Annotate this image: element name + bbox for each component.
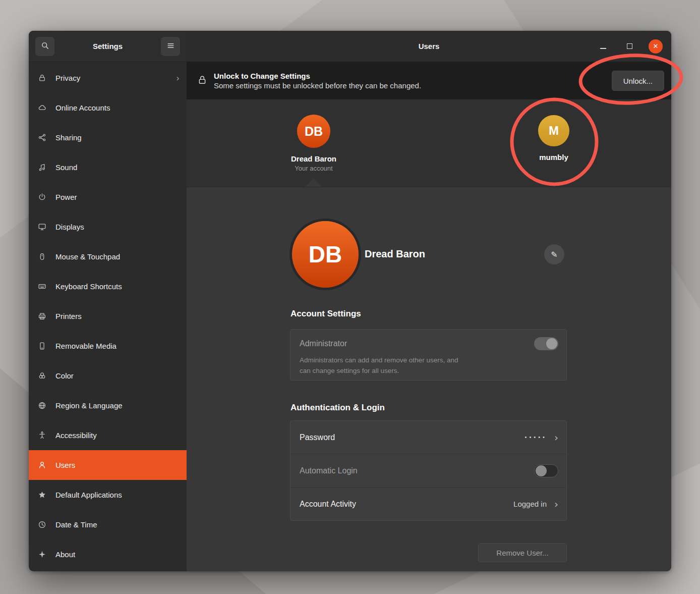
sidebar-item-power[interactable]: Power: [29, 182, 187, 212]
sidebar-item-accessibility[interactable]: Accessibility: [29, 420, 187, 450]
maximize-icon: [627, 43, 632, 49]
chevron-right-icon: ›: [554, 499, 558, 509]
chevron-right-icon: ›: [554, 433, 558, 443]
automatic-login-toggle[interactable]: [534, 464, 558, 477]
user-detail: DB Dread Baron ✎ Account Settings Admini…: [187, 187, 671, 571]
account-activity-value: Logged in: [513, 500, 547, 508]
search-button[interactable]: [35, 37, 54, 56]
sidebar-item-displays[interactable]: Displays: [29, 212, 187, 242]
chevron-right-icon: ›: [176, 73, 180, 83]
star-icon: [37, 491, 46, 500]
automatic-login-row: Automatic Login: [290, 454, 566, 487]
toggle-knob: [536, 465, 547, 476]
sidebar-item-color[interactable]: Color: [29, 361, 187, 391]
unlock-banner: Unlock to Change Settings Some settings …: [187, 62, 671, 99]
menu-button[interactable]: [161, 37, 180, 56]
sidebar-item-removable-media[interactable]: Removable Media: [29, 331, 187, 361]
automatic-login-label: Automatic Login: [300, 466, 358, 475]
user-name: Dread Baron: [291, 154, 336, 163]
window-controls: ✕: [596, 31, 663, 62]
banner-text: Unlock to Change Settings Some settings …: [214, 72, 421, 90]
minimize-button[interactable]: [596, 39, 610, 53]
toggle-knob: [546, 338, 557, 349]
user-carousel: DB Dread Baron Your account M mumbly: [187, 99, 671, 187]
minimize-icon: [600, 48, 606, 49]
sidebar-item-privacy[interactable]: Privacy ›: [29, 63, 187, 93]
sidebar-item-sharing[interactable]: Sharing: [29, 123, 187, 152]
sidebar-title: Settings: [54, 42, 161, 50]
power-icon: [37, 193, 46, 202]
sparkle-icon: [37, 550, 46, 559]
share-icon: [37, 133, 46, 142]
edit-name-button[interactable]: ✎: [544, 244, 564, 264]
keyboard-icon: [37, 282, 46, 291]
sidebar-item-keyboard-shortcuts[interactable]: Keyboard Shortcuts: [29, 272, 187, 301]
mouse-icon: [37, 252, 46, 261]
authentication-box: Password ••••• › Automatic Login Account…: [290, 420, 567, 521]
sidebar-item-default-applications[interactable]: Default Applications: [29, 480, 187, 510]
account-activity-row[interactable]: Account Activity Logged in ›: [290, 487, 566, 520]
administrator-row: Administrator: [300, 337, 558, 350]
remove-user-button[interactable]: Remove User...: [478, 543, 567, 562]
banner-title: Unlock to Change Settings: [214, 72, 421, 80]
display-icon: [37, 223, 46, 232]
user-tile-dread-baron[interactable]: DB Dread Baron Your account: [273, 115, 354, 172]
lock-icon: [198, 75, 207, 87]
user-name: mumbly: [539, 153, 568, 161]
sidebar-item-about[interactable]: About: [29, 539, 187, 569]
headerbar: Users ✕: [187, 31, 671, 62]
banner-subtitle: Some settings must be unlocked before th…: [214, 81, 421, 90]
password-row[interactable]: Password ••••• ›: [290, 421, 566, 454]
pencil-icon: ✎: [551, 250, 557, 259]
main-panel: Users ✕ Unlock to Change Settings Some s…: [187, 31, 671, 571]
sidebar-header: Settings: [29, 31, 187, 62]
cloud-icon: [37, 103, 46, 113]
section-title-authentication: Authentication & Login: [290, 403, 385, 413]
sidebar-item-printers[interactable]: Printers: [29, 301, 187, 331]
media-player-icon: [37, 342, 46, 351]
sidebar-item-mouse-touchpad[interactable]: Mouse & Touchpad: [29, 242, 187, 272]
search-icon: [41, 41, 49, 51]
sidebar-item-sound[interactable]: Sound: [29, 152, 187, 182]
user-tile-mumbly[interactable]: M mumbly: [513, 115, 594, 161]
close-button[interactable]: ✕: [649, 39, 663, 53]
avatar: DB: [297, 115, 330, 148]
sidebar-list: Privacy › Online Accounts Sharing Sound …: [29, 62, 187, 571]
globe-icon: [37, 401, 46, 410]
user-subtitle: Your account: [295, 165, 332, 172]
sidebar-item-date-time[interactable]: Date & Time: [29, 510, 187, 539]
administrator-description: Administrators can add and remove other …: [300, 355, 558, 376]
sidebar-item-users[interactable]: Users: [29, 450, 187, 480]
selected-user-notch: [305, 178, 322, 187]
maximize-button[interactable]: [622, 39, 636, 53]
color-circles-icon: [37, 371, 46, 381]
avatar: M: [538, 115, 569, 146]
administrator-toggle[interactable]: [534, 337, 558, 350]
accessibility-icon: [37, 431, 46, 440]
lock-icon: [37, 74, 46, 83]
account-activity-label: Account Activity: [300, 500, 356, 509]
sidebar-item-online-accounts[interactable]: Online Accounts: [29, 93, 187, 123]
detail-user-name: Dread Baron: [365, 248, 425, 260]
unlock-button[interactable]: Unlock...: [612, 71, 664, 91]
section-title-account-settings: Account Settings: [290, 309, 361, 319]
administrator-box: Administrator Administrators can add and…: [290, 329, 567, 381]
printer-icon: [37, 312, 46, 321]
settings-window: Settings Privacy › Online Accounts Shari…: [29, 31, 671, 571]
clock-icon: [37, 520, 46, 529]
users-icon: [37, 461, 46, 470]
password-dots: •••••: [524, 435, 547, 440]
sidebar: Settings Privacy › Online Accounts Shari…: [29, 31, 187, 571]
hamburger-icon: [166, 41, 175, 51]
sidebar-item-region-language[interactable]: Region & Language: [29, 391, 187, 420]
avatar-large: DB: [292, 221, 359, 288]
music-note-icon: [37, 163, 46, 172]
password-label: Password: [300, 433, 335, 442]
administrator-label: Administrator: [300, 339, 347, 348]
